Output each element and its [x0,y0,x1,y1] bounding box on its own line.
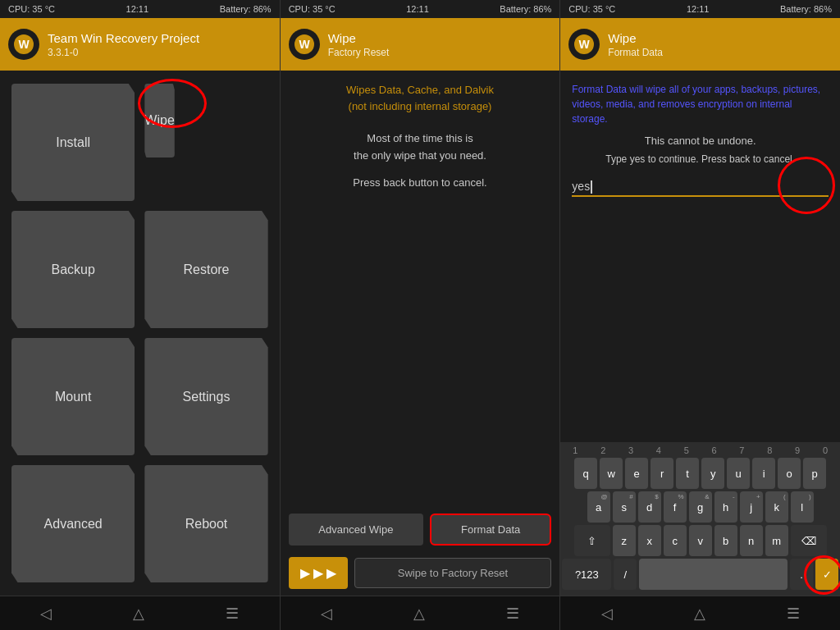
wipe-button-wrapper: Wipe [144,84,267,201]
battery-2: Battery: 86% [500,4,551,14]
wipe-cancel-text: Press back button to cancel. [290,176,550,189]
key-r[interactable]: r [651,458,673,489]
advanced-wipe-button[interactable]: Advanced Wipe [289,514,423,546]
twrp-logo-1: W [8,29,39,60]
battery-3: Battery: 86% [780,4,832,14]
key-l[interactable]: )l [791,491,814,523]
toolbar-title-1: Team Win Recovery Project [48,30,199,47]
key-y[interactable]: y [701,458,724,489]
settings-button[interactable]: Settings [144,338,267,455]
key-t[interactable]: t [676,458,699,489]
key-backspace[interactable]: ⌫ [791,525,827,556]
wipe-action-buttons: Advanced Wipe Format Data [281,507,560,552]
restore-button[interactable]: Restore [144,211,267,328]
format-content-area: Format Data will wipe all of your apps, … [560,71,840,442]
advanced-button[interactable]: Advanced [11,465,135,582]
status-bar-3: CPU: 35 °C 12:11 Battery: 86% [560,0,840,18]
reboot-button[interactable]: Reboot [144,465,267,582]
time-2: 12:11 [406,4,429,14]
num-4: 4 [647,445,670,455]
key-h[interactable]: -h [714,491,737,523]
swipe-row: ▶ ▶ ▶ Swipe to Factory Reset [281,552,560,596]
key-j[interactable]: +j [740,491,763,523]
key-a[interactable]: @a [587,491,610,523]
wipe-body-text: Most of the time this isthe only wipe th… [290,130,550,165]
format-cannot-undo: This cannot be undone. [572,135,829,147]
svg-text:W: W [579,38,591,51]
format-instruction: Type yes to continue. Press back to canc… [572,153,829,165]
toolbar-3: W Wipe Format Data [560,18,840,71]
num-8: 8 [758,445,781,455]
cpu-status-3: CPU: 35 °C [568,4,615,14]
twrp-logo-2: W [289,29,320,60]
battery-1: Battery: 86% [220,4,272,14]
time-3: 12:11 [687,4,710,14]
num-0: 0 [814,445,837,455]
keyboard-row-2: @a #s $d %f &g -h +j (k )l [562,491,838,523]
back-button-2[interactable]: ◁ [308,598,345,629]
svg-text:W: W [299,38,310,51]
keyboard: 1 2 3 4 5 6 7 8 9 0 q w e r t y u i [560,442,840,596]
nav-bar-3: ◁ △ ☰ [560,596,840,630]
screen-main: CPU: 35 °C 12:11 Battery: 86% W Team Win… [0,0,281,630]
menu-button-3[interactable]: ☰ [774,598,813,629]
key-period[interactable]: . [790,559,813,590]
key-x[interactable]: x [638,525,661,556]
install-button[interactable]: Install [11,84,135,201]
toolbar-subtitle-1: 3.3.1-0 [48,47,199,58]
key-confirm[interactable]: ✓ [815,559,838,590]
wipe-button[interactable]: Wipe [144,84,174,158]
key-f[interactable]: %f [664,491,687,523]
num-3: 3 [619,445,642,455]
swipe-label[interactable]: Swipe to Factory Reset [354,558,552,588]
key-q[interactable]: q [574,458,597,489]
key-o[interactable]: o [778,458,801,489]
num-7: 7 [730,445,753,455]
key-symbols[interactable]: ?123 [562,559,611,590]
key-space[interactable] [639,559,788,590]
screen-wipe: CPU: 35 °C 12:11 Battery: 86% W Wipe Fac… [281,0,561,630]
key-k[interactable]: (k [765,491,788,523]
key-z[interactable]: z [613,525,636,556]
back-button-3[interactable]: ◁ [588,598,626,629]
num-2: 2 [591,445,614,455]
home-button-1[interactable]: △ [120,598,158,629]
key-s[interactable]: #s [613,491,636,523]
key-n[interactable]: n [740,525,763,556]
wipe-description: Wipes Data, Cache, and Dalvik(not includ… [290,82,550,114]
key-g[interactable]: &g [689,491,712,523]
key-v[interactable]: v [689,525,712,556]
key-i[interactable]: i [752,458,775,489]
status-bar-1: CPU: 35 °C 12:11 Battery: 86% [0,0,280,18]
format-data-wrapper: Format Data [430,514,551,546]
key-c[interactable]: c [664,525,687,556]
back-button-1[interactable]: ◁ [27,598,65,629]
key-m[interactable]: m [765,525,788,556]
text-cursor [591,180,592,194]
menu-button-2[interactable]: ☰ [493,598,532,629]
key-shift[interactable]: ⇧ [574,525,610,556]
key-b[interactable]: b [714,525,737,556]
key-d[interactable]: $d [638,491,661,523]
time-1: 12:11 [126,4,149,14]
key-slash[interactable]: / [614,559,637,590]
format-data-button[interactable]: Format Data [430,514,551,546]
num-9: 9 [786,445,809,455]
menu-button-1[interactable]: ☰ [212,598,252,629]
home-button-2[interactable]: △ [400,598,438,629]
key-u[interactable]: u [727,458,750,489]
keyboard-number-hints: 1 2 3 4 5 6 7 8 9 0 [562,445,838,455]
nav-bar-1: ◁ △ ☰ [0,596,280,630]
key-w[interactable]: w [600,458,623,489]
backup-button[interactable]: Backup [11,211,135,328]
menu-grid: Install Wipe Backup Restore Mount Settin… [0,71,280,596]
home-button-3[interactable]: △ [681,598,719,629]
mount-button[interactable]: Mount [11,338,135,455]
cpu-status-1: CPU: 35 °C [8,4,55,14]
toolbar-subtitle-3: Format Data [608,47,663,58]
format-input-wrapper: yes [572,171,829,197]
key-e[interactable]: e [625,458,648,489]
toolbar-2: W Wipe Factory Reset [281,18,560,71]
key-p[interactable]: p [803,458,826,489]
swipe-arrows[interactable]: ▶ ▶ ▶ [289,557,348,589]
